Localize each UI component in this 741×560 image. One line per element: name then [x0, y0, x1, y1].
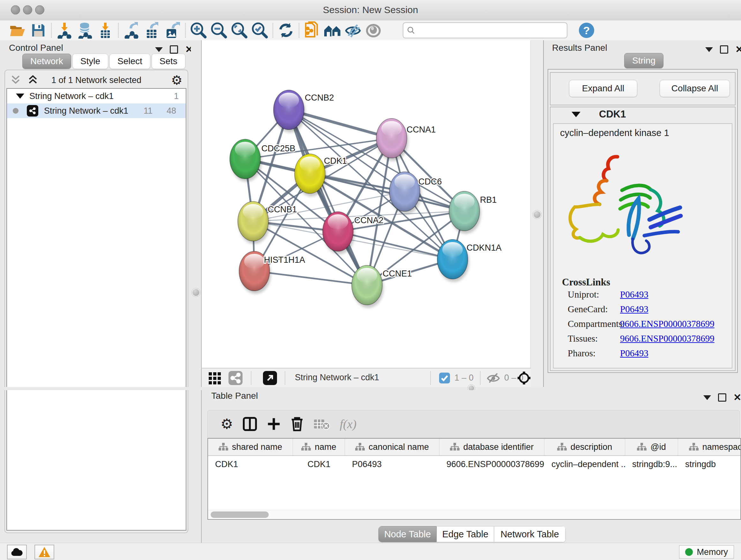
- network-node-CCNA1[interactable]: CCNA1: [376, 118, 436, 161]
- table-cell[interactable]: stringdb:9...: [625, 459, 678, 469]
- network-canvas[interactable]: CCNB2CCNA1CDC25BCDK1CDC6RB1CCNB1CCNA2CDK…: [201, 40, 531, 368]
- network-node-count: 11: [144, 106, 152, 116]
- network-node-CCNE1[interactable]: CCNE1: [352, 265, 412, 308]
- tab-network-table[interactable]: Network Table: [494, 526, 565, 542]
- network-node-CCNA2[interactable]: CCNA2: [323, 212, 384, 254]
- tab-style[interactable]: Style: [72, 54, 108, 69]
- tab-select[interactable]: Select: [110, 54, 150, 69]
- results-panel-float-icon[interactable]: [720, 45, 728, 54]
- import-network-button[interactable]: [54, 21, 75, 39]
- selected-checkbox-icon[interactable]: [439, 373, 450, 383]
- add-column-icon[interactable]: [267, 417, 281, 431]
- vertical-splitter[interactable]: [191, 40, 201, 543]
- collapse-all-button[interactable]: Collapse All: [660, 80, 730, 97]
- column-header-description[interactable]: description: [544, 439, 625, 455]
- zoom-fit-button[interactable]: [229, 21, 250, 39]
- column-header-namespace[interactable]: namespace: [678, 439, 741, 455]
- network-edge[interactable]: [254, 271, 367, 285]
- crosslink-link[interactable]: 9606.ENSP00000378699: [620, 319, 715, 329]
- column-header--id[interactable]: @id: [625, 439, 678, 455]
- crosslink-link[interactable]: P06493: [620, 348, 649, 359]
- help-button[interactable]: ?: [576, 21, 597, 39]
- birds-eye-icon[interactable]: [517, 371, 531, 385]
- refresh-view-button[interactable]: [276, 21, 296, 39]
- hidden-eye-icon[interactable]: [486, 372, 500, 384]
- delete-table-icon[interactable]: [313, 418, 330, 430]
- protein-structure-image: [555, 142, 730, 274]
- warning-button[interactable]: [35, 545, 54, 559]
- network-node-CDC25B[interactable]: CDC25B: [230, 139, 295, 182]
- table-hscrollbar-thumb[interactable]: [211, 511, 269, 518]
- column-header-shared-name[interactable]: shared name: [208, 439, 293, 455]
- crosslink-link[interactable]: 9606.ENSP00000378699: [620, 333, 715, 344]
- splitter-handle[interactable]: [192, 288, 200, 297]
- expand-all-button[interactable]: Expand All: [569, 80, 637, 97]
- open-external-icon[interactable]: [263, 371, 277, 385]
- export-table-icon: [144, 22, 160, 39]
- node-table[interactable]: shared namenamecanonical namedatabase id…: [207, 438, 741, 520]
- search-field[interactable]: [403, 22, 567, 38]
- open-session-button[interactable]: [8, 21, 28, 39]
- horizontal-splitter[interactable]: [0, 387, 741, 390]
- network-node-CCNB2[interactable]: CCNB2: [273, 90, 334, 132]
- zoom-out-button[interactable]: [209, 21, 229, 39]
- table-cell[interactable]: CDK1: [208, 459, 293, 469]
- cloud-button[interactable]: [7, 545, 27, 559]
- canvas-scroll-strip[interactable]: [530, 40, 543, 387]
- column-header-canonical-name[interactable]: canonical name: [345, 439, 440, 455]
- home-button[interactable]: [322, 21, 343, 39]
- table-cell[interactable]: 9606.ENSP00000378699: [440, 459, 544, 469]
- crosslink-link[interactable]: P06493: [620, 289, 649, 300]
- zoom-selected-button[interactable]: [250, 21, 270, 39]
- control-panel-collapse-icon[interactable]: [155, 47, 163, 52]
- network-node-RB1[interactable]: RB1: [449, 191, 497, 234]
- delete-column-icon[interactable]: [290, 416, 304, 432]
- canvas-splitter-handle[interactable]: [533, 210, 542, 219]
- zoom-in-button[interactable]: [188, 21, 209, 39]
- export-network-button[interactable]: [121, 21, 142, 39]
- table-row[interactable]: CDK1CDK1P064939606.ENSP00000378699cyclin…: [208, 456, 740, 473]
- tab-sets[interactable]: Sets: [151, 54, 185, 69]
- show-columns-icon[interactable]: [243, 417, 257, 431]
- table-cell[interactable]: cyclin–dependent ...: [544, 459, 625, 469]
- main-toolbar: ?: [0, 20, 741, 41]
- show-all-button[interactable]: [363, 21, 384, 39]
- hide-selected-button[interactable]: [343, 21, 363, 39]
- collection-expander-icon[interactable]: [16, 94, 24, 99]
- share-file-button[interactable]: [302, 21, 322, 39]
- tab-string[interactable]: String: [624, 53, 664, 68]
- function-builder-icon[interactable]: f(x): [340, 417, 356, 431]
- network-row[interactable]: String Network – cdk1 11 48: [7, 104, 186, 118]
- search-input[interactable]: [415, 25, 563, 36]
- table-cell[interactable]: CDK1: [293, 459, 345, 469]
- table-hscrollbar[interactable]: [208, 510, 740, 519]
- import-table-button[interactable]: [95, 21, 116, 39]
- tab-edge-table[interactable]: Edge Table: [436, 526, 494, 542]
- table-panel-close-icon[interactable]: ✕: [733, 394, 741, 401]
- memory-button[interactable]: Memory: [679, 545, 734, 559]
- table-cell[interactable]: stringdb: [678, 459, 741, 469]
- network-node-CDKN1A[interactable]: CDKN1A: [437, 240, 502, 282]
- export-table-button[interactable]: [142, 21, 162, 39]
- table-panel-float-icon[interactable]: [718, 393, 726, 401]
- column-header-database-identifier[interactable]: database identifier: [440, 439, 544, 455]
- save-session-button[interactable]: [28, 21, 49, 39]
- column-header-name[interactable]: name: [293, 439, 345, 455]
- table-header-row: shared namenamecanonical namedatabase id…: [208, 439, 740, 456]
- control-panel-float-icon[interactable]: [170, 45, 178, 54]
- network-collection-row[interactable]: String Network – cdk1 1: [7, 89, 186, 104]
- results-panel-collapse-icon[interactable]: [705, 47, 713, 52]
- export-image-button[interactable]: [162, 21, 183, 39]
- tab-network[interactable]: Network: [22, 54, 71, 69]
- tab-node-table[interactable]: Node Table: [379, 526, 436, 542]
- table-cell[interactable]: P06493: [345, 459, 440, 469]
- string-view-icon[interactable]: [228, 371, 243, 385]
- gene-expander-icon[interactable]: [571, 112, 581, 117]
- table-settings-gear-icon[interactable]: ⚙: [220, 417, 233, 431]
- table-panel-collapse-icon[interactable]: [703, 395, 711, 400]
- grid-view-icon[interactable]: [208, 372, 222, 384]
- crosslink-link[interactable]: P06493: [620, 304, 649, 314]
- network-options-gear-icon[interactable]: ⚙: [171, 73, 183, 87]
- import-database-button[interactable]: [75, 21, 95, 39]
- results-panel-close-icon[interactable]: ✕: [735, 46, 741, 53]
